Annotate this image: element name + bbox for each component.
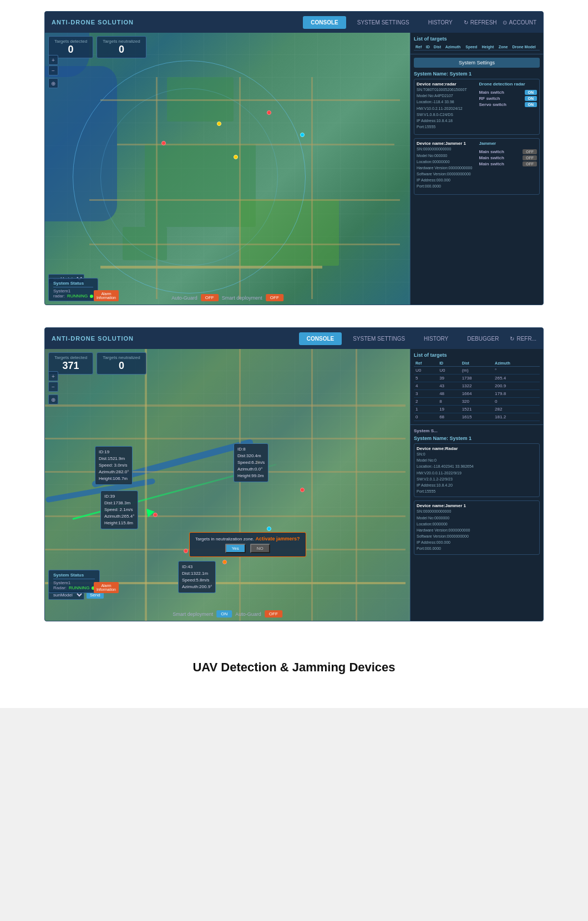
target-red-1 xyxy=(161,141,166,145)
table-row: 5391738265.4 xyxy=(414,375,540,382)
target2-orange-1 xyxy=(222,560,227,564)
device-header-1: Device name:radar SN:T080T01000520615000… xyxy=(417,82,537,130)
col2-id: ID xyxy=(438,360,460,367)
target-yellow-1 xyxy=(217,122,221,126)
map-background-2: Targets detected 371 Targets neutralized… xyxy=(45,349,410,621)
rf-switch-toggle-1[interactable]: ON xyxy=(525,96,538,101)
table-row: 3481664179.8 xyxy=(414,390,540,398)
yes-button[interactable]: Yes xyxy=(225,544,246,553)
target2-red-1 xyxy=(153,513,158,517)
map-bottom-controls-2: Smart deployment ON Auto-Guard OFF xyxy=(173,610,282,618)
tab-debugger-2[interactable]: DEBUGGER xyxy=(459,332,506,345)
system-status-1: System Status System1 radar: RUNNING xyxy=(48,278,98,301)
zoom-in-button-2[interactable]: + xyxy=(48,371,58,381)
servo-switch-toggle-1[interactable]: ON xyxy=(525,102,538,107)
status-row-1: System1 xyxy=(53,289,93,293)
alert-button-2[interactable]: AlarmInformation xyxy=(94,582,119,593)
table-row: 4431322200.9 xyxy=(414,382,540,390)
auto-guard-toggle-2[interactable]: OFF xyxy=(265,610,282,618)
switch-servo-1: Servo switch ON xyxy=(479,102,538,107)
col-speed: Speed xyxy=(464,44,480,50)
targets-table-1: Ref ID Dist Azimuth Speed Height Zone Dr… xyxy=(414,44,540,50)
compass-button-2[interactable]: ⊕ xyxy=(48,394,58,404)
jammer-main-switch-1[interactable]: OFF xyxy=(523,149,537,154)
col-zone: Zone xyxy=(497,44,511,50)
right-panel-1: List of targets Ref ID Dist Azimuth Spee… xyxy=(410,33,543,305)
device-type-col-1: Drone detection radar Main switch ON RF … xyxy=(479,82,538,130)
zoom-out-button-1[interactable]: − xyxy=(48,65,58,75)
sys-settings-2: System S... System Name: System 1 Device… xyxy=(410,425,543,561)
main-content-1: Targets detected 0 Targets neutralized 0… xyxy=(45,33,543,305)
refresh-button-2[interactable]: ↻ REFR... xyxy=(510,336,536,342)
compass-button-1[interactable]: ⊕ xyxy=(48,78,58,88)
road2-h-4 xyxy=(45,515,405,517)
road-v-3 xyxy=(311,77,313,299)
device-info-jammer-2: SN:0000000000000 Model No:0000000 Locati… xyxy=(417,508,537,551)
table-row: 1191521282 xyxy=(414,406,540,413)
targets-list-1: List of targets Ref ID Dist Azimuth Spee… xyxy=(410,33,543,54)
map-controls-1: + − ⊕ xyxy=(48,55,58,88)
jammer-switches-1: Main switch OFF Main switch OFF Main swi… xyxy=(479,149,538,166)
smart-deployment-toggle-1[interactable]: OFF xyxy=(266,294,283,301)
road2-v-2 xyxy=(239,349,241,621)
road2-v-3 xyxy=(311,349,313,621)
tab-history-2[interactable]: HISTORY xyxy=(416,332,456,345)
status-row-2: radar: RUNNING xyxy=(53,293,93,298)
status-row-2b: Radar: RUNNING xyxy=(53,585,95,590)
status-row-2a: System1 xyxy=(53,580,95,585)
right-panel-2: List of targets Ref ID Dist Azimuth U0U0… xyxy=(410,349,543,621)
device-radar-section-1: Device name:radar SN:T080T01000520615000… xyxy=(414,79,540,135)
no-button[interactable]: NO xyxy=(250,544,270,553)
device-jammer-section-1: Device name:Jammer 1 SN:0000000000000 Mo… xyxy=(414,138,540,194)
tab-system-settings-1[interactable]: SYSTEM SETTINGS xyxy=(349,16,417,29)
tab-console-1[interactable]: CONSOLE xyxy=(303,16,346,29)
targets-list-2: List of targets Ref ID Dist Azimuth U0U0… xyxy=(410,349,543,425)
drone-popup-43: ID:43 Dist:1322.1m Speed:5.8m/s Azimuth:… xyxy=(178,561,216,593)
jammer-name-col-1: Device name:Jammer 1 SN:0000000000000 Mo… xyxy=(417,141,475,189)
device-radar-section-2: Device name:Radar SN:0 Model No:0 Locati… xyxy=(414,443,540,497)
app-title-2: ANTI-DRONE SOLUTION xyxy=(52,335,296,342)
drone-popup-39: ID:39 Dist:1738.3m Speed: 2.1m/s Azimuth… xyxy=(100,490,138,529)
map-controls-2: + − ⊕ xyxy=(48,371,58,404)
jammer-switch-2: Main switch OFF xyxy=(479,155,538,160)
table-row: U0U0(m)° xyxy=(414,367,540,375)
target2-red-2 xyxy=(184,549,188,553)
jammer-main-switch-2[interactable]: OFF xyxy=(523,155,537,160)
targets-tbody-2: U0U0(m)°5391738265.44431322200.934816641… xyxy=(414,367,540,421)
targets-table-2: Ref ID Dist Azimuth U0U0(m)°5391738265.4… xyxy=(414,360,540,421)
system-settings-button-1[interactable]: System Settings xyxy=(414,58,540,68)
refresh-button-1[interactable]: ↻ REFRESH xyxy=(464,19,497,26)
page-title: UAV Detection & Jamming Devices xyxy=(44,660,544,675)
targets-neutralized-box-1: Targets neutralized 0 xyxy=(97,36,146,58)
account-button-1[interactable]: ⊙ ACCOUNT xyxy=(503,19,536,26)
tab-console-2[interactable]: CONSOLE xyxy=(299,332,342,345)
main-switch-toggle-1[interactable]: ON xyxy=(525,90,538,95)
neutralize-popup: Targets in neutralization zone. Activate… xyxy=(189,532,306,557)
auto-guard-toggle-1[interactable]: OFF xyxy=(201,294,219,301)
tab-system-settings-2[interactable]: SYSTEM SETTINGS xyxy=(345,332,413,345)
target-yellow-2 xyxy=(234,155,238,159)
alert-button-1[interactable]: AlarmInformation xyxy=(94,290,119,301)
device-info-radar-2: SN:0 Model No:0 Location:-118.402341 33.… xyxy=(417,451,537,494)
col-azimuth: Azimuth xyxy=(444,44,464,50)
road2-v-1 xyxy=(145,349,147,621)
jammer-main-switch-3[interactable]: OFF xyxy=(523,161,537,166)
smart-deployment-toggle-2[interactable]: ON xyxy=(216,610,232,618)
targets-neutralized-box-2: Targets neutralized 0 xyxy=(97,352,146,375)
target-red-2 xyxy=(267,110,271,115)
map-area-2[interactable]: Targets detected 371 Targets neutralized… xyxy=(45,349,410,621)
account-icon-1: ⊙ xyxy=(503,19,507,26)
tab-history-1[interactable]: HISTORY xyxy=(420,16,460,29)
switch-main-1: Main switch ON xyxy=(479,90,538,95)
zoom-out-button-2[interactable]: − xyxy=(48,382,58,392)
jammer-info-1: SN:0000000000000 Model No:000000 Locatio… xyxy=(417,146,475,189)
jammer-switch-3: Main switch OFF xyxy=(479,161,538,166)
col-drone-model: Drone Model xyxy=(510,44,540,50)
panel-2: ANTI-DRONE SOLUTION CONSOLE SYSTEM SETTI… xyxy=(44,327,544,621)
zoom-in-button-1[interactable]: + xyxy=(48,55,58,65)
road2-v-4 xyxy=(356,349,357,621)
jammer-switch-1: Main switch OFF xyxy=(479,149,538,154)
stats-overlay-1: Targets detected 0 Targets neutralized 0 xyxy=(48,36,146,58)
map-area-1[interactable]: Targets detected 0 Targets neutralized 0… xyxy=(45,33,410,305)
sys-settings-1: System Settings System Name: System 1 De… xyxy=(410,54,543,201)
